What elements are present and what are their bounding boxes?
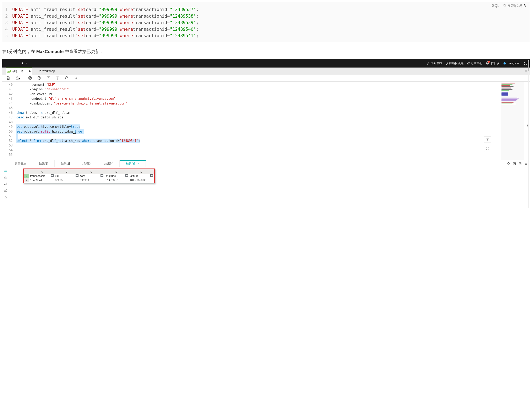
menu-icon — [524, 69, 528, 72]
svg-rect-1 — [504, 5, 505, 6]
result-table[interactable]: A B C D E 1 transactionid uid card longi… — [24, 169, 154, 182]
bar-chart-icon[interactable] — [4, 175, 8, 179]
run-icon[interactable] — [37, 76, 41, 80]
cell-card[interactable]: 999999 — [79, 178, 104, 182]
result-tab-strip: 运行日志 结果[1] 结果[2] 结果[3] 结果[4] 结果[5]× — [2, 160, 530, 167]
refresh-icon[interactable] — [65, 76, 69, 80]
code-line: 4UPDATE `anti_fraud_result` set card="99… — [5, 26, 527, 33]
cost-estimate-icon[interactable] — [28, 76, 32, 80]
tab-workshop[interactable]: workshop — [37, 68, 56, 75]
table-view-icon[interactable] — [4, 168, 8, 172]
copy-code-button[interactable]: 复制代码 — [503, 3, 527, 8]
svg-point-4 — [40, 70, 41, 71]
close-tab-icon[interactable]: × — [137, 162, 139, 166]
code-lang-label: SQL — [492, 3, 499, 8]
dropdown-icon[interactable] — [51, 174, 54, 177]
cross-project-clone-link[interactable]: 跨项目克隆 — [446, 61, 464, 65]
tab-result-1[interactable]: 结果[1] — [33, 160, 55, 167]
save-icon[interactable] — [6, 76, 10, 80]
field-longitude[interactable]: longitude — [104, 174, 129, 178]
menu-icon[interactable] — [524, 162, 528, 165]
link-icon — [427, 62, 430, 65]
stop-icon[interactable] — [56, 76, 60, 80]
maxcompute-screenshot: ▼ 任务发布 跨项目克隆 运维中心 mengshuo_ Sq 湖 — [2, 59, 530, 209]
scroll-to-top-button[interactable] — [484, 137, 491, 143]
col-B[interactable]: B — [54, 169, 79, 174]
tab-result-2[interactable]: 结果[2] — [55, 160, 76, 167]
copy-icon — [503, 4, 506, 7]
svg-rect-14 — [519, 162, 522, 165]
dropdown-icon[interactable] — [101, 174, 104, 177]
svg-point-17 — [5, 196, 6, 196]
tab-hucang[interactable]: Sq 湖仓一体 — [6, 68, 32, 75]
sq-badge: Sq — [7, 70, 10, 72]
help-icon[interactable] — [491, 61, 495, 65]
cell-longitude[interactable]: 3.1472367 — [104, 178, 129, 182]
tab-run-log[interactable]: 运行日志 — [9, 160, 33, 167]
hand-cursor-icon — [523, 4, 527, 8]
sql-code-block: SQL 复制代码 1UPDATE `anti_fraud_result` set… — [2, 2, 530, 42]
dropdown-icon[interactable] — [150, 174, 153, 177]
field-latitude[interactable]: latitude — [129, 174, 154, 178]
result-highlight-box: A B C D E 1 transactionid uid card longi… — [23, 168, 155, 183]
cell-latitude[interactable]: 101.7085092 — [129, 178, 154, 182]
line-chart-icon[interactable] — [4, 188, 8, 192]
collapse-up-icon[interactable] — [513, 162, 516, 165]
field-transactionid[interactable]: transactionid — [29, 174, 54, 178]
pin-icon[interactable] — [507, 162, 510, 165]
fullscreen-icon[interactable] — [524, 61, 528, 65]
tab-result-4[interactable]: 结果[4] — [98, 160, 120, 167]
run-selected-icon[interactable] — [46, 76, 50, 80]
format-icon[interactable] — [74, 76, 78, 80]
cell-transactionid[interactable]: 12489541 — [29, 178, 54, 182]
tab-workshop-label: workshop — [43, 69, 55, 73]
notifications-button[interactable] — [486, 61, 489, 65]
svg-rect-13 — [513, 162, 516, 165]
code-line: 3UPDATE `anti_fraud_result` set card="99… — [5, 20, 527, 26]
svg-rect-6 — [16, 78, 19, 79]
editor-minimap[interactable] — [501, 82, 524, 160]
bookmark-icon — [21, 62, 23, 65]
dropdown-icon[interactable] — [76, 174, 78, 177]
scatter-chart-icon[interactable] — [4, 195, 8, 199]
dropdown-icon[interactable] — [125, 174, 128, 177]
tab-hucang-label: 湖仓一体 — [12, 69, 23, 73]
svg-point-5 — [39, 71, 40, 72]
tab-result-5[interactable]: 结果[5]× — [120, 160, 146, 167]
row-num-1[interactable]: 1 — [24, 174, 29, 178]
ops-center-link[interactable]: 运维中心 — [467, 61, 482, 65]
field-uid[interactable]: uid — [54, 174, 79, 178]
results-scrollbar[interactable] — [528, 60, 529, 208]
sql-editor[interactable]: 40 -comment "DLF" 41 -region "cn-shangha… — [2, 82, 501, 160]
ops-label: 运维中心 — [471, 61, 482, 65]
svg-point-16 — [5, 197, 5, 197]
col-C[interactable]: C — [79, 169, 104, 174]
tabs-menu-button[interactable] — [524, 69, 528, 73]
expand-icon — [486, 147, 489, 150]
notification-dot — [488, 61, 490, 63]
tab-result-3[interactable]: 结果[3] — [76, 160, 98, 167]
flow-icon — [38, 70, 41, 72]
table-header-row: 1 transactionid uid card longitude latit… — [24, 174, 154, 178]
col-E[interactable]: E — [129, 169, 154, 174]
row-num-2[interactable]: 2 — [24, 178, 29, 182]
user-menu[interactable]: mengshuo_ — [503, 62, 522, 65]
link-icon — [446, 62, 448, 65]
col-A[interactable]: A — [29, 169, 54, 174]
results-panel: A B C D E 1 transactionid uid card longi… — [2, 167, 530, 209]
code-line: 5UPDATE `anti_fraud_result` set card="99… — [5, 33, 527, 39]
svg-point-10 — [56, 77, 59, 79]
bookmark-menu[interactable]: ▼ — [21, 62, 27, 65]
expand-editor-button[interactable] — [484, 146, 491, 152]
area-chart-icon[interactable] — [4, 182, 8, 186]
publish-task-link[interactable]: 任务发布 — [427, 61, 442, 65]
cell-uid[interactable]: 82005 — [54, 178, 79, 182]
collapse-down-icon[interactable] — [519, 162, 522, 165]
wrench-icon[interactable] — [496, 61, 500, 65]
editor-toolbar — [2, 75, 530, 82]
arrow-up-icon — [486, 138, 489, 141]
svg-rect-11 — [57, 78, 58, 78]
clone-label: 跨项目克隆 — [449, 61, 464, 65]
field-card[interactable]: card — [79, 174, 104, 178]
col-D[interactable]: D — [104, 169, 129, 174]
